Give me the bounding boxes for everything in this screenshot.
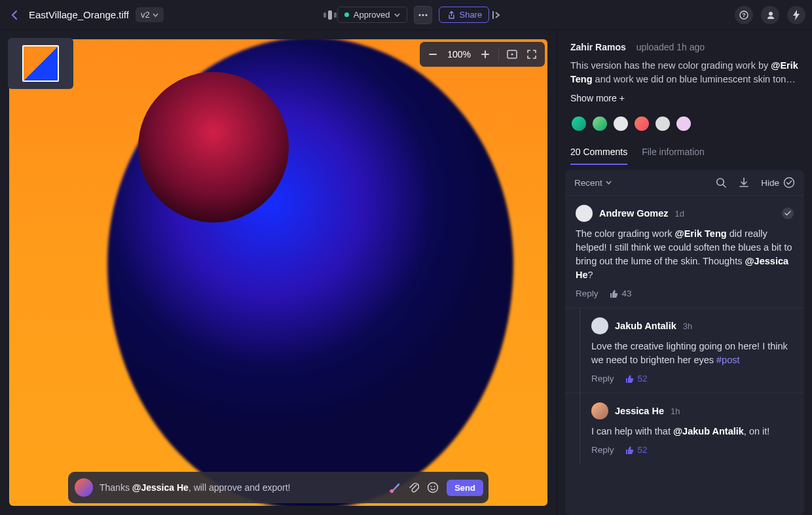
download-comments-button[interactable] xyxy=(739,177,749,188)
composer-input[interactable]: Thanks @Jessica He, will approve and exp… xyxy=(100,482,381,493)
like-button[interactable]: 43 xyxy=(609,289,632,298)
share-button[interactable]: Share xyxy=(439,7,489,23)
fit-screen-button[interactable] xyxy=(503,45,521,63)
chevron-down-icon xyxy=(606,181,612,185)
emoji-icon xyxy=(427,482,439,493)
avatar[interactable] xyxy=(591,115,608,132)
fullscreen-button[interactable] xyxy=(523,45,541,63)
thumbnail-crop-box[interactable] xyxy=(22,45,59,82)
reply-button[interactable]: Reply xyxy=(591,374,614,383)
svg-point-16 xyxy=(434,486,435,488)
svg-point-18 xyxy=(784,178,794,188)
svg-point-5 xyxy=(426,14,428,16)
status-dropdown[interactable]: Approved xyxy=(337,7,408,23)
svg-point-8 xyxy=(769,12,773,16)
status-label: Approved xyxy=(354,10,390,20)
tab-comments[interactable]: 20 Comments xyxy=(570,147,627,165)
comment-body: The color grading work @Erik Teng did re… xyxy=(576,227,794,282)
svg-point-4 xyxy=(422,14,424,16)
search-comments-button[interactable] xyxy=(716,177,727,188)
viewers-row xyxy=(570,115,802,132)
thumbs-up-icon xyxy=(609,289,618,298)
like-button[interactable]: 52 xyxy=(625,374,648,383)
side-panel: Zahir Ramos uploaded 1h ago This version… xyxy=(557,30,812,515)
search-icon xyxy=(716,177,727,188)
comment-time: 1d xyxy=(675,209,684,219)
activity-button[interactable] xyxy=(787,6,805,24)
avatar[interactable] xyxy=(612,115,629,132)
svg-rect-1 xyxy=(323,12,326,18)
reply-button[interactable]: Reply xyxy=(576,289,599,298)
emoji-button[interactable] xyxy=(427,482,439,493)
compare-icon[interactable] xyxy=(323,9,337,21)
svg-rect-9 xyxy=(429,54,437,55)
thumbs-up-icon xyxy=(625,446,634,455)
avatar[interactable] xyxy=(570,115,587,132)
brush-icon xyxy=(388,482,401,493)
zoom-toolbar: 100% xyxy=(420,42,545,67)
people-button[interactable] xyxy=(761,6,779,24)
panel-toggle-button[interactable] xyxy=(489,7,505,23)
comment-time: 1h xyxy=(671,406,680,416)
more-button[interactable] xyxy=(414,6,432,24)
svg-point-3 xyxy=(419,14,421,16)
sidepanel-tabs: 20 Comments File information xyxy=(570,147,802,165)
show-more-button[interactable]: Show more + xyxy=(570,93,802,103)
description-text: This version has the new color grading w… xyxy=(570,59,802,86)
sort-dropdown[interactable]: Recent xyxy=(574,178,612,188)
comment-item: Jakub Antalik 3h Love the creative light… xyxy=(565,308,804,393)
brush-tool-button[interactable] xyxy=(388,482,401,493)
comment-item: Andrew Gomez 1d The color grading work @… xyxy=(565,195,804,308)
hide-resolved-toggle[interactable]: Hide xyxy=(761,177,795,188)
fullscreen-icon xyxy=(527,50,536,59)
chevron-left-icon xyxy=(11,10,18,20)
svg-text:?: ? xyxy=(742,12,746,18)
svg-point-13 xyxy=(511,54,513,56)
avatar[interactable] xyxy=(675,115,692,132)
comment-time: 3h xyxy=(683,321,692,331)
comment-body: Love the creative lighting going on here… xyxy=(591,340,794,367)
reply-button[interactable]: Reply xyxy=(591,445,614,455)
attach-button[interactable] xyxy=(409,482,419,493)
chevron-down-icon xyxy=(394,13,400,17)
person-add-icon xyxy=(765,10,775,20)
svg-point-15 xyxy=(431,486,432,488)
avatar[interactable] xyxy=(633,115,650,132)
image-preview[interactable] xyxy=(9,39,547,506)
status-dot-icon xyxy=(344,12,349,17)
help-icon: ? xyxy=(739,10,748,20)
bolt-icon xyxy=(792,10,800,20)
top-bar: EastVillage_Orange.tiff v2 Approved S xyxy=(0,0,812,30)
svg-point-14 xyxy=(428,483,438,493)
avatar xyxy=(591,402,608,419)
like-button[interactable]: 52 xyxy=(625,445,648,455)
comments-list: Recent Hide xyxy=(565,170,804,515)
svg-rect-0 xyxy=(328,10,332,20)
zoom-value: 100% xyxy=(443,49,475,60)
plus-icon xyxy=(481,50,489,58)
thumbnail-navigator[interactable] xyxy=(8,38,73,89)
comment-body: I can help with that @Jakub Antalik, on … xyxy=(591,425,794,438)
zoom-in-button[interactable] xyxy=(476,45,494,63)
comment-author: Jessica He xyxy=(615,406,664,416)
svg-rect-2 xyxy=(334,12,337,18)
avatar xyxy=(75,478,93,497)
avatar[interactable] xyxy=(654,115,671,132)
minus-icon xyxy=(429,54,437,55)
avatar xyxy=(591,317,608,334)
version-label: v2 xyxy=(141,10,150,20)
send-button[interactable]: Send xyxy=(447,480,483,496)
comment-author: Andrew Gomez xyxy=(599,208,669,219)
ellipsis-icon xyxy=(418,14,428,16)
comment-item: Jessica He 1h I can help with that @Jaku… xyxy=(565,393,804,464)
version-selector[interactable]: v2 xyxy=(136,7,164,22)
back-button[interactable] xyxy=(7,7,22,23)
check-circle-icon xyxy=(783,177,795,188)
tab-file-information[interactable]: File information xyxy=(642,147,705,165)
resolve-button[interactable] xyxy=(782,207,794,219)
help-button[interactable]: ? xyxy=(735,6,753,24)
zoom-out-button[interactable] xyxy=(424,45,442,63)
file-name: EastVillage_Orange.tiff xyxy=(29,9,129,20)
uploader-line: Zahir Ramos uploaded 1h ago xyxy=(570,42,802,52)
comment-composer: Thanks @Jessica He, will approve and exp… xyxy=(68,472,489,503)
